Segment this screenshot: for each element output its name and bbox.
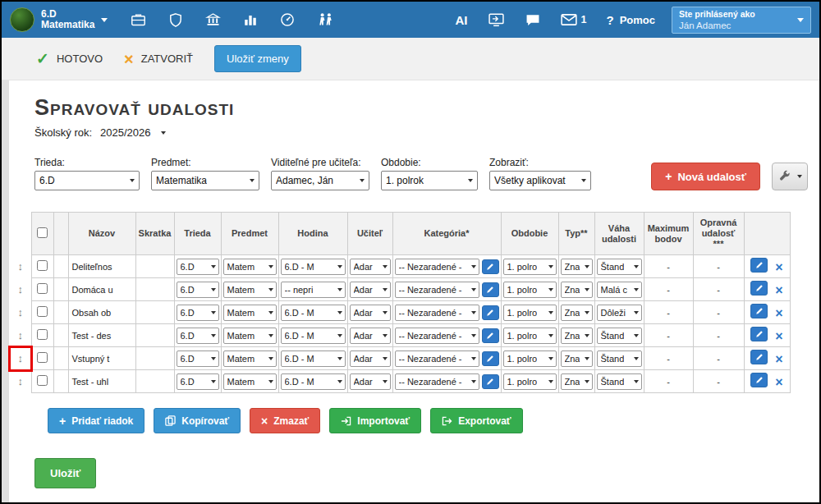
select-all-checkbox[interactable] [37, 227, 48, 238]
edit-category-button[interactable] [482, 351, 499, 366]
edit-row-button[interactable] [750, 327, 768, 341]
edit-row-button[interactable] [750, 373, 768, 387]
ai-nav-item[interactable]: AI [456, 13, 468, 27]
edit-row-button[interactable] [750, 350, 768, 364]
class-select[interactable]: 6.D [177, 351, 219, 367]
school-year-select[interactable]: 2025/2026 [100, 126, 165, 139]
edit-category-button[interactable] [482, 328, 499, 343]
category-select[interactable]: -- Nezaradené - [395, 282, 479, 298]
people-icon[interactable] [317, 12, 335, 27]
chat-bubble-icon[interactable] [525, 13, 541, 27]
edit-category-button[interactable] [482, 259, 499, 274]
new-event-button[interactable]: + Nová udalosť [651, 163, 760, 190]
teacher-select[interactable]: Adar [350, 373, 391, 390]
type-select[interactable]: Zna [561, 351, 593, 367]
lesson-select[interactable]: 6.D - M [281, 259, 346, 275]
filter-class-select[interactable]: 6.D [34, 171, 140, 190]
row-checkbox[interactable] [37, 352, 48, 363]
row-checkbox[interactable] [37, 329, 48, 340]
weight-select[interactable]: Štand [597, 328, 642, 344]
term-select[interactable]: 1. polro [503, 373, 557, 390]
category-select[interactable]: -- Nezaradené - [395, 328, 479, 344]
filter-show-select[interactable]: Všetky aplikovat [489, 171, 591, 190]
subject-select[interactable]: Matem [223, 351, 277, 367]
event-name-cell[interactable]: Deliteľnos [68, 255, 135, 278]
edit-category-button[interactable] [482, 282, 499, 297]
class-select[interactable]: 6.D [177, 282, 219, 298]
drag-handle-icon[interactable]: ↕ [18, 352, 24, 364]
messages-nav-item[interactable]: 1 [561, 13, 587, 26]
teacher-select[interactable]: Adar [350, 259, 391, 275]
subject-select[interactable]: Matem [223, 282, 277, 298]
lesson-select[interactable]: -- nepri [281, 282, 346, 298]
skratka-cell[interactable] [135, 278, 174, 301]
type-select[interactable]: Zna [561, 305, 593, 321]
category-select[interactable]: -- Nezaradené - [395, 373, 479, 390]
bank-icon[interactable] [205, 12, 221, 27]
event-name-cell[interactable]: Test - uhl [68, 370, 135, 393]
user-menu[interactable]: Ste prihlásený ako Ján Adamec [672, 7, 811, 34]
class-select[interactable]: 6.D [177, 328, 219, 344]
term-select[interactable]: 1. polro [503, 305, 557, 321]
type-select[interactable]: Zna [561, 259, 593, 275]
edit-row-button[interactable] [750, 281, 768, 296]
type-select[interactable]: Zna [561, 373, 593, 390]
weight-select[interactable]: Štand [597, 259, 642, 275]
drag-handle-icon[interactable]: ↕ [18, 260, 24, 273]
term-select[interactable]: 1. polro [503, 328, 557, 344]
drag-handle-icon[interactable]: ↕ [18, 283, 24, 296]
delete-button[interactable]: × Zmazať [250, 408, 320, 433]
subject-select[interactable]: Matem [223, 373, 277, 390]
drag-handle-icon[interactable]: ↕ [18, 306, 24, 318]
class-switcher[interactable]: 6.D Matematika [10, 7, 108, 32]
lesson-select[interactable]: 6.D - M [281, 305, 346, 321]
bar-chart-icon[interactable] [243, 12, 258, 27]
drag-handle-icon[interactable]: ↕ [18, 329, 24, 341]
filter-teacher-select[interactable]: Adamec, Ján [271, 171, 369, 190]
type-select[interactable]: Zna [561, 282, 593, 298]
type-select[interactable]: Zna [561, 328, 593, 344]
category-select[interactable]: -- Nezaradené - [395, 305, 479, 321]
help-menu[interactable]: ? Pomoc [606, 13, 655, 27]
term-select[interactable]: 1. polro [503, 259, 557, 275]
class-select[interactable]: 6.D [177, 259, 219, 275]
delete-row-icon[interactable]: × [775, 329, 782, 343]
edit-category-button[interactable] [482, 374, 499, 389]
copy-button[interactable]: Kopírovať [154, 408, 241, 433]
subject-select[interactable]: Matem [223, 328, 277, 344]
category-select[interactable]: -- Nezaradené - [395, 259, 479, 275]
lesson-select[interactable]: 6.D - M [281, 351, 346, 367]
weight-select[interactable]: Malá c [597, 282, 642, 298]
gauge-icon[interactable] [280, 12, 295, 27]
filter-subject-select[interactable]: Matematika [151, 171, 259, 190]
edit-category-button[interactable] [482, 305, 499, 320]
event-name-cell[interactable]: Obsah ob [68, 301, 135, 324]
delete-row-icon[interactable]: × [775, 260, 782, 274]
weight-select[interactable]: Dôleži [597, 305, 642, 321]
save-changes-button[interactable]: Uložiť zmeny [214, 45, 301, 72]
shield-icon[interactable] [168, 12, 183, 28]
close-button[interactable]: × ZATVORIŤ [124, 51, 193, 67]
teacher-select[interactable]: Adar [350, 328, 391, 344]
lesson-select[interactable]: 6.D - M [281, 373, 346, 390]
term-select[interactable]: 1. polro [503, 282, 557, 298]
row-checkbox[interactable] [37, 375, 48, 386]
import-button[interactable]: Importovať [329, 408, 421, 433]
term-select[interactable]: 1. polro [503, 351, 557, 367]
weight-select[interactable]: Štand [597, 351, 642, 367]
edit-row-button[interactable] [750, 304, 768, 318]
skratka-cell[interactable] [135, 255, 174, 278]
skratka-cell[interactable] [135, 324, 174, 347]
save-button[interactable]: Uložiť [34, 458, 96, 488]
edit-row-button[interactable] [750, 258, 768, 273]
class-select[interactable]: 6.D [177, 373, 219, 390]
delete-row-icon[interactable]: × [775, 283, 782, 297]
event-name-cell[interactable]: Vstupný t [68, 347, 135, 370]
skratka-cell[interactable] [135, 347, 174, 370]
settings-button[interactable] [772, 163, 808, 190]
briefcase-icon[interactable] [131, 12, 146, 28]
cast-screen-icon[interactable] [488, 12, 505, 27]
class-select[interactable]: 6.D [177, 305, 219, 321]
event-name-cell[interactable]: Domáca u [68, 278, 135, 301]
row-checkbox[interactable] [37, 306, 48, 317]
